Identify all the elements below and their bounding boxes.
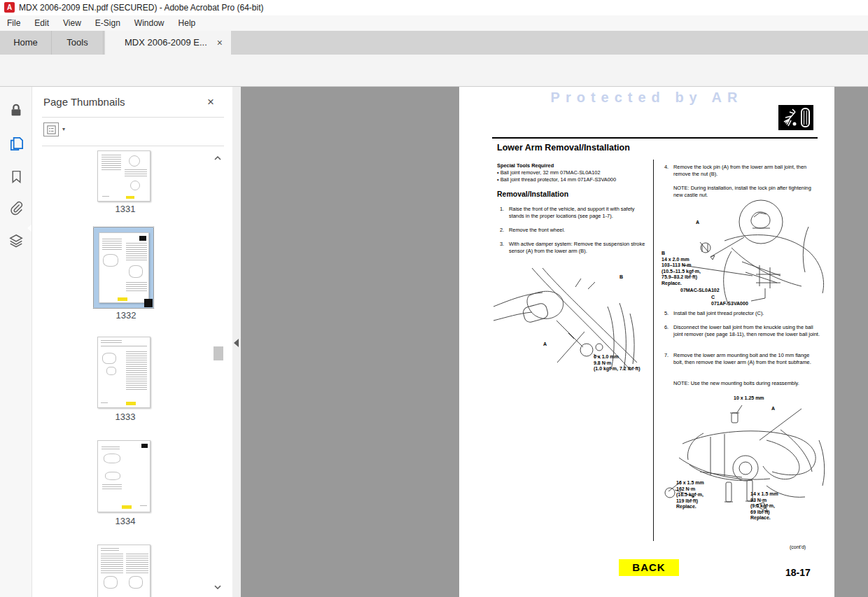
continued-label: (cont'd) <box>790 545 806 549</box>
step-1: 1. Raise the front of the vehicle, and s… <box>500 206 647 219</box>
thumbnail-1333[interactable]: 1333 <box>97 337 153 424</box>
thumbnail-next-partial[interactable] <box>97 545 153 597</box>
thumbnail-1332-selected[interactable]: 1332 <box>94 226 158 324</box>
step-7: 7. Remove the lower arm mounting bolt an… <box>664 352 820 365</box>
thumbnail-resize-handle[interactable] <box>144 299 153 307</box>
paperclip-icon <box>8 200 24 216</box>
panel-divider <box>42 146 224 146</box>
fig2-torque-spec-b: B 14 x 2.0 mm 103–113 N·m (10.5–11.5 kgf… <box>662 251 701 286</box>
fig3-torque-left: 16 x 1.5 mm 162 N·m (16.5 kgf·m, 119 lbf… <box>676 480 704 510</box>
removal-installation-heading: Removal/Installation <box>497 190 568 198</box>
fig3-torque-right: 14 x 1.5 mm 93 N·m (9.5 kgf·m, 69 lbf·ft… <box>750 491 778 521</box>
thumbnail-1332-preview <box>99 232 149 303</box>
doc-section-title: Lower Arm Removal/Installation <box>497 143 630 153</box>
step-number: 6. <box>664 324 673 337</box>
thumbnail-1334[interactable]: 1334 <box>97 440 153 528</box>
back-link[interactable]: BACK <box>619 559 679 576</box>
collapse-panel-arrow[interactable] <box>234 339 239 347</box>
thumbnail-1331-label: 1331 <box>97 204 153 214</box>
thumbnail-next-preview <box>97 545 150 597</box>
panel-scrollbar[interactable] <box>214 346 223 360</box>
fig2-label-a: A <box>696 220 699 226</box>
document-view-area[interactable]: Protected by AR Lower Arm Removal/Instal… <box>241 87 868 597</box>
step-number: 3. <box>500 241 509 254</box>
fig1-torque-spec: 6 x 1.0 mm 9.8 N·m (1.0 kgf·m, 7.2 lbf·f… <box>594 354 640 372</box>
acrobat-app-icon: A <box>4 2 15 13</box>
special-tool-item: • Ball joint remover, 32 mm 07MAC-SL0A10… <box>497 169 651 176</box>
watermark-text: Protected by AR <box>459 90 834 106</box>
thumbnail-options-button[interactable] <box>43 122 59 136</box>
panel-divider <box>42 117 224 118</box>
menu-view[interactable]: View <box>56 15 88 31</box>
step-6: 6. Disconnect the lower ball joint from … <box>664 324 820 337</box>
step-number: 7. <box>664 352 673 365</box>
scroll-down-icon[interactable] <box>213 582 223 592</box>
tab-close-icon[interactable]: × <box>217 31 223 55</box>
panel-close-icon[interactable]: × <box>207 95 214 109</box>
tab-bar: Home Tools MDX 2006-2009 E... × <box>0 31 868 55</box>
title-bar: A MDX 2006-2009 EN.pdf (SECURED) - Adobe… <box>0 0 868 15</box>
menu-bar: File Edit View E-Sign Window Help <box>0 15 868 31</box>
menu-file[interactable]: File <box>0 15 27 31</box>
fig3-bolt-top-spec: 10 x 1.25 mm <box>734 395 764 402</box>
thumbnail-1332-label: 1332 <box>94 310 158 321</box>
step-text: With active damper system: Remove the su… <box>509 241 647 254</box>
scroll-up-icon[interactable] <box>213 153 223 163</box>
options-caret-icon[interactable]: ▾ <box>62 126 65 132</box>
fig1-label-b: B <box>620 274 623 281</box>
step-5: 5. Install the ball joint thread protect… <box>664 310 818 317</box>
main-toolbar: / 2946 58.9% ▾ ▾ <box>0 55 868 87</box>
menu-help[interactable]: Help <box>172 15 203 31</box>
pdf-page: Protected by AR Lower Arm Removal/Instal… <box>459 87 834 597</box>
menu-edit[interactable]: Edit <box>27 15 56 31</box>
fig2-label-c: C 071AF-S3VA000 <box>711 295 748 307</box>
page-thumbnails-button[interactable] <box>7 134 25 153</box>
window-title: MDX 2006-2009 EN.pdf (SECURED) - Adobe A… <box>19 3 264 13</box>
security-settings-button[interactable] <box>7 101 25 120</box>
fig1-label-a: A <box>543 342 547 348</box>
thumbnail-1333-preview <box>97 337 150 408</box>
tab-tools[interactable]: Tools <box>52 31 104 55</box>
figure-lower-arm <box>662 402 833 535</box>
step-text: Raise the front of the vehicle, and supp… <box>509 206 647 219</box>
menu-window[interactable]: Window <box>127 15 172 31</box>
options-list-icon <box>46 125 57 135</box>
panel-collapse-strip <box>232 87 241 597</box>
doc-page-number: 18-17 <box>785 567 811 578</box>
lock-icon <box>8 103 24 118</box>
attachments-button[interactable] <box>7 199 25 217</box>
navigation-pane-strip <box>0 87 31 597</box>
thumbnail-1334-preview <box>97 440 150 512</box>
layers-button[interactable] <box>7 232 25 250</box>
tab-home[interactable]: Home <box>0 31 52 55</box>
step-number: 5. <box>664 310 673 317</box>
thumbnail-1331-preview <box>97 150 150 202</box>
step-text: Disconnect the lower ball joint from the… <box>673 324 820 337</box>
thumbnail-1333-label: 1333 <box>97 412 153 422</box>
page-thumbnails-panel: Page Thumbnails × ▾ 1331 <box>31 87 232 597</box>
page-thumbnails-icon <box>8 136 24 152</box>
step-number: 2. <box>500 227 509 234</box>
note-step7: NOTE: Use the new mounting bolts during … <box>673 380 813 387</box>
menu-esign[interactable]: E-Sign <box>88 15 127 31</box>
step-text: Install the ball joint thread protector … <box>673 310 764 317</box>
step-text: Remove the lower arm mounting bolt and t… <box>673 352 820 365</box>
bookmark-icon <box>9 169 24 184</box>
panel-title: Page Thumbnails <box>43 96 125 108</box>
step-4: 4. Remove the lock pin (A) from the lowe… <box>664 164 818 177</box>
step-number: 4. <box>664 164 673 177</box>
thumbnail-1331[interactable]: 1331 <box>97 150 153 220</box>
step-text: Remove the lock pin (A) from the lower a… <box>673 164 818 177</box>
step-number: 1. <box>500 206 509 219</box>
tab-document[interactable]: MDX 2006-2009 E... × <box>105 31 231 55</box>
fig2-tool-number: 07MAC-SL0A102 <box>680 288 720 294</box>
step-2: 2. Remove the front wheel. <box>500 227 647 234</box>
special-tool-item: • Ball joint thread protector, 14 mm 071… <box>497 176 651 183</box>
special-tools-heading: Special Tools Required <box>497 162 554 169</box>
header-rule <box>492 137 818 139</box>
step-3: 3. With active damper system: Remove the… <box>500 241 647 254</box>
bookmarks-button[interactable] <box>7 167 25 185</box>
fig3-label-a: A <box>771 406 775 412</box>
step-text: Remove the front wheel. <box>509 227 565 234</box>
suspension-chapter-icon <box>778 105 813 130</box>
